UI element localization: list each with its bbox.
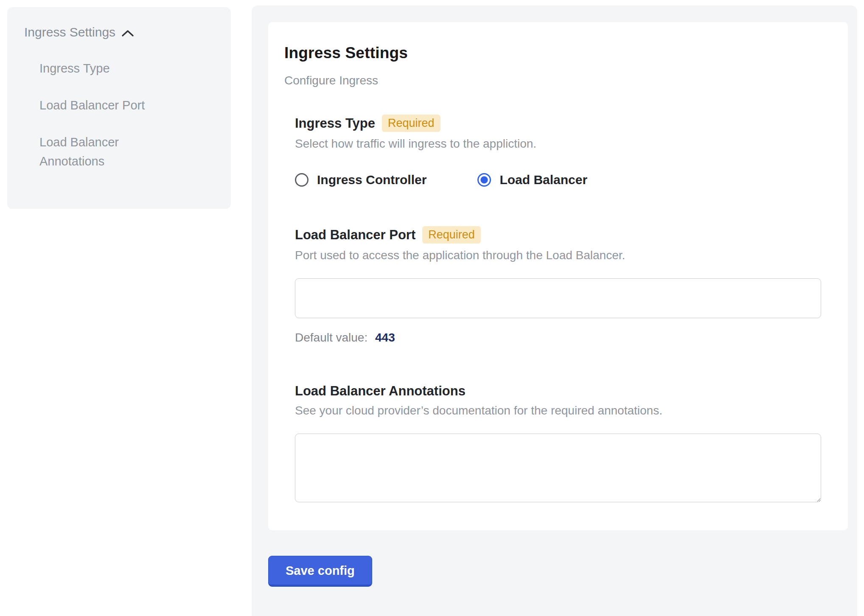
ingress-type-radio-group: Ingress Controller Load Balancer (295, 173, 831, 187)
ingress-settings-card: Ingress Settings Configure Ingress Ingre… (268, 22, 848, 530)
page-title: Ingress Settings (284, 44, 831, 62)
section-ingress-type: Ingress Type Required Select how traffic… (295, 115, 831, 187)
load-balancer-annotations-textarea[interactable] (295, 434, 821, 502)
nav-item-load-balancer-annotations[interactable]: Load Balancer Annotations (39, 133, 180, 171)
radio-ingress-controller[interactable]: Ingress Controller (295, 173, 426, 187)
default-value-label: Default value: (295, 331, 367, 344)
chevron-up-icon (121, 29, 134, 37)
radio-label: Load Balancer (499, 173, 587, 187)
default-value: 443 (375, 331, 395, 344)
nav-group-ingress-settings[interactable]: Ingress Settings (24, 25, 218, 39)
default-value-line: Default value: 443 (295, 331, 831, 344)
radio-label: Ingress Controller (317, 173, 426, 187)
load-balancer-port-input[interactable] (295, 278, 821, 318)
section-title-ingress-type: Ingress Type (295, 116, 375, 131)
required-badge: Required (382, 115, 440, 132)
nav-item-load-balancer-port[interactable]: Load Balancer Port (39, 96, 180, 115)
page: Ingress Settings Ingress Type Load Balan… (0, 0, 864, 616)
main-panel: Ingress Settings Configure Ingress Ingre… (252, 6, 857, 616)
section-title-load-balancer-port: Load Balancer Port (295, 227, 415, 243)
radio-icon (295, 173, 309, 187)
radio-load-balancer[interactable]: Load Balancer (477, 173, 587, 187)
section-description: Port used to access the application thro… (295, 249, 831, 262)
save-config-button[interactable]: Save config (268, 556, 372, 587)
nav-items: Ingress Type Load Balancer Port Load Bal… (24, 59, 218, 171)
nav-item-ingress-type[interactable]: Ingress Type (39, 59, 180, 78)
section-description: Select how traffic will ingress to the a… (295, 137, 831, 151)
page-subtitle: Configure Ingress (284, 74, 831, 87)
required-badge: Required (422, 226, 481, 244)
section-description: See your cloud provider’s documentation … (295, 404, 831, 417)
nav-group-label: Ingress Settings (24, 25, 115, 39)
section-load-balancer-port: Load Balancer Port Required Port used to… (295, 226, 831, 344)
section-load-balancer-annotations: Load Balancer Annotations See your cloud… (295, 384, 831, 502)
radio-icon (477, 173, 491, 187)
section-title-load-balancer-annotations: Load Balancer Annotations (295, 384, 466, 399)
settings-nav: Ingress Settings Ingress Type Load Balan… (7, 7, 231, 209)
